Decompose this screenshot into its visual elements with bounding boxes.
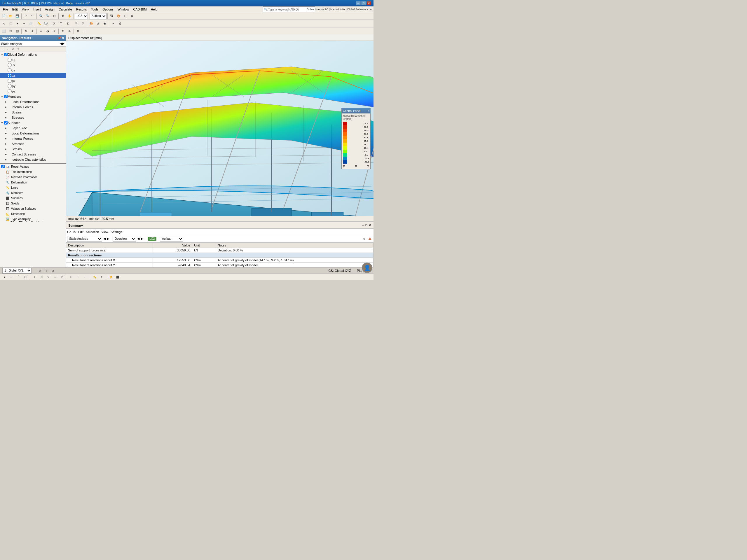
new-btn[interactable]: 📄 <box>1 13 7 19</box>
tree-toggle[interactable]: ▶ <box>3 131 7 135</box>
tree-check-surfaces[interactable] <box>4 121 7 125</box>
tree-toggle[interactable]: ▶ <box>3 158 7 162</box>
ambient-btn[interactable]: ☀ <box>51 28 57 34</box>
nav-tree-item-u-total[interactable]: |u| <box>0 57 66 62</box>
maximize-button[interactable]: □ <box>361 1 366 5</box>
lbi-item-dimension[interactable]: 📐 Dimension <box>0 211 66 216</box>
status-snap-btn[interactable]: ⊕ <box>37 268 43 273</box>
menu-view[interactable]: View <box>20 7 31 12</box>
lbi-item-deformation[interactable]: 🔧 Deformation <box>0 180 66 185</box>
lbi-item-lines[interactable]: 📏 Lines <box>0 185 66 190</box>
tree-toggle[interactable]: ▼ <box>0 121 4 125</box>
lbi-item-surfaces-lbi[interactable]: ⬛ Surfaces <box>0 195 66 201</box>
summary-minimize-btn[interactable]: ─ <box>362 223 364 227</box>
draw-line-btn[interactable]: ─ <box>8 274 15 280</box>
nav-tree-item-uy[interactable]: uy <box>0 68 66 73</box>
3d-orbit-btn[interactable]: ↻ <box>23 28 29 34</box>
axis-z-btn[interactable]: Z <box>65 20 71 27</box>
tree-toggle[interactable]: ▶ <box>3 152 7 156</box>
zoom-in-btn[interactable]: 🔍 <box>37 13 44 19</box>
table-row[interactable]: Resultant of reactions about Y -2840.54 … <box>66 263 374 268</box>
nav-tree-item-local-deformations[interactable]: ▶Local Deformations <box>0 99 66 104</box>
loadcase-combo-dropdown[interactable]: Aufbau <box>89 13 106 19</box>
measure-btn[interactable]: 📏 <box>36 20 42 27</box>
shadow-btn[interactable]: ◑ <box>44 28 51 34</box>
top-view-btn[interactable]: ⊡ <box>7 28 14 34</box>
display-btn[interactable]: 👁 <box>73 20 79 27</box>
lbi-item-result-values[interactable]: 📊 Result Values <box>0 164 66 169</box>
lbi-item-solids[interactable]: 🔲 Solids <box>0 201 66 206</box>
summary-tab-prev[interactable]: ◀ <box>137 237 139 241</box>
nav-tree-item-contact-stresses[interactable]: ▶Contact Stresses <box>0 152 66 157</box>
dimension-btn[interactable]: 📏 <box>91 274 98 280</box>
mirror-btn[interactable]: ⇔ <box>52 274 59 280</box>
fillet-btn[interactable]: ⌐ <box>82 274 89 280</box>
nav-close-btn[interactable]: ✕ <box>61 36 64 40</box>
tree-toggle[interactable]: ▼ <box>0 53 4 57</box>
tree-toggle[interactable]: ▶ <box>3 136 7 140</box>
summary-tab-next[interactable]: ▶ <box>140 237 143 241</box>
pan-btn[interactable]: ✋ <box>66 13 73 19</box>
summary-export-btn[interactable]: 📤 <box>367 236 372 241</box>
summary-nav-prev[interactable]: ◀ <box>103 237 106 241</box>
iso-view-btn[interactable]: ◫ <box>14 28 20 34</box>
summary-view[interactable]: View <box>101 230 108 234</box>
menu-insert[interactable]: Insert <box>31 7 43 12</box>
save-btn[interactable]: 💾 <box>14 13 20 19</box>
tree-toggle[interactable]: ▶ <box>3 115 7 119</box>
fly-btn[interactable]: ✈ <box>29 28 35 34</box>
summary-tab-dropdown[interactable]: Overview <box>113 236 136 242</box>
menu-help[interactable]: Help <box>149 7 159 12</box>
cp-close-btn[interactable]: × <box>367 109 369 113</box>
tree-toggle[interactable]: ▶ <box>3 110 7 114</box>
loadcase-dropdown[interactable]: LC2 <box>75 13 88 19</box>
cp-expand-btn[interactable]: ⊡ <box>367 165 369 168</box>
menu-edit[interactable]: Edit <box>10 7 20 12</box>
navigator-dropdown[interactable]: Static Analysis ◀▶ <box>0 41 66 47</box>
extend-btn[interactable]: ↔ <box>75 274 82 280</box>
model-view-btn[interactable]: 🏗 <box>108 13 115 19</box>
nav-dropdown-arrows[interactable]: ◀▶ <box>60 42 65 46</box>
menu-options[interactable]: Options <box>101 7 115 12</box>
open-btn[interactable]: 📂 <box>7 13 14 19</box>
tree-toggle[interactable]: ▶ <box>3 126 7 130</box>
zoom-all-btn[interactable]: ⊡ <box>51 13 57 19</box>
nav-tree-item-uz[interactable]: uz <box>0 73 66 78</box>
nav-tree-item-phiy[interactable]: φy <box>0 83 66 89</box>
settings-btn[interactable]: ⚙ <box>129 13 135 19</box>
summary-aufbau-dropdown[interactable]: Aufbau <box>160 236 183 242</box>
nav-tree-item-phix[interactable]: φx <box>0 78 66 83</box>
explode-btn[interactable]: 💥 <box>107 274 114 280</box>
menu-results[interactable]: Results <box>74 7 89 12</box>
surface-btn[interactable]: ⬜ <box>27 20 34 27</box>
lbi-check[interactable] <box>1 165 5 168</box>
nav-pin-btn[interactable]: 📌 <box>57 36 61 40</box>
nav-uncheck-btn[interactable]: ☐ <box>16 47 20 52</box>
nav-check-btn[interactable]: ☑ <box>10 47 15 52</box>
tree-check-members[interactable] <box>4 95 7 98</box>
tree-radio-uy[interactable] <box>7 68 12 72</box>
lbi-item-max-min-information[interactable]: 📈 Max/Min Information <box>0 175 66 180</box>
tree-toggle[interactable]: ▶ <box>3 105 7 109</box>
extras-btn[interactable]: ⋯ <box>81 28 88 34</box>
move-btn[interactable]: ✛ <box>31 274 37 280</box>
trim-btn[interactable]: ✂ <box>68 274 75 280</box>
nav-tree-item-isotropic-chars[interactable]: ▶Isotropic Characteristics <box>0 157 66 162</box>
cp-settings-btn[interactable]: ⚙ <box>355 165 357 168</box>
rotate-btn[interactable]: ↻ <box>59 13 66 19</box>
redo-btn[interactable]: ↪ <box>29 13 35 19</box>
node-btn[interactable]: ● <box>14 20 20 27</box>
menu-assign[interactable]: Assign <box>43 7 56 12</box>
tree-radio-phix[interactable] <box>7 79 12 83</box>
axis-y-btn[interactable]: Y <box>58 20 64 27</box>
nav-tree-item-surfaces[interactable]: ▼Surfaces <box>0 120 66 126</box>
status-grid-btn[interactable]: # <box>44 268 49 273</box>
render-quality-btn[interactable]: ★ <box>37 28 44 34</box>
lbi-item-values-on-surfaces-lbi[interactable]: 🔲 Values on Surfaces <box>0 206 66 211</box>
tree-toggle[interactable]: ▶ <box>3 100 7 104</box>
draw-poly-btn[interactable]: ⬡ <box>22 274 29 280</box>
tree-radio-ux[interactable] <box>7 63 12 67</box>
menu-calculate[interactable]: Calculate <box>57 7 74 12</box>
nav-collapse-btn[interactable]: - <box>5 47 10 52</box>
table-row[interactable]: Sum of support forces in Z 33059.80 kN D… <box>66 248 374 253</box>
